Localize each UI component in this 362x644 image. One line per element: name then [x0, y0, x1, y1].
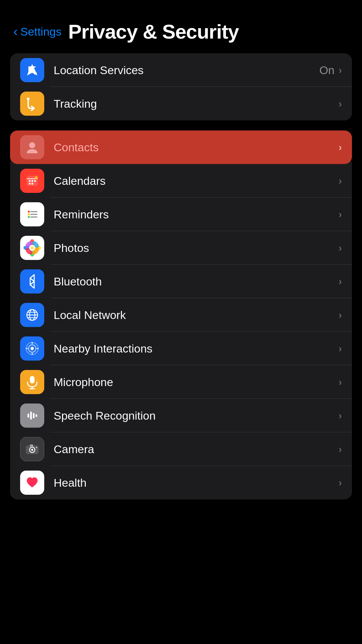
camera-label: Camera — [54, 443, 339, 456]
svg-rect-9 — [32, 183, 33, 184]
local-network-icon — [20, 303, 44, 327]
microphone-label: Microphone — [54, 376, 339, 389]
contacts-chevron: › — [339, 142, 342, 153]
reminders-item[interactable]: Reminders › — [10, 198, 352, 231]
bluetooth-label: Bluetooth — [54, 275, 339, 288]
contacts-icon — [20, 135, 44, 159]
calendars-chevron: › — [339, 175, 342, 186]
svg-point-2 — [29, 142, 35, 148]
svg-point-14 — [28, 213, 30, 215]
contacts-item[interactable]: Contacts › — [10, 130, 352, 164]
svg-rect-46 — [30, 412, 32, 420]
svg-text:12: 12 — [35, 177, 38, 179]
health-item[interactable]: Health › — [10, 466, 352, 499]
location-services-icon — [20, 58, 44, 82]
svg-point-1 — [27, 98, 29, 100]
main-section: 12 Calendars › Reminders › — [10, 157, 352, 499]
camera-icon — [20, 437, 44, 461]
svg-point-15 — [28, 216, 30, 218]
local-network-chevron: › — [339, 309, 342, 321]
svg-point-35 — [31, 347, 34, 350]
nearby-interactions-item[interactable]: Nearby Interactions › — [10, 332, 352, 365]
reminders-label: Reminders — [54, 208, 339, 221]
tracking-item[interactable]: Tracking › — [10, 87, 352, 120]
photos-chevron: › — [339, 242, 342, 254]
speech-recognition-label: Speech Recognition — [54, 409, 339, 422]
microphone-chevron: › — [339, 376, 342, 388]
health-chevron: › — [339, 477, 342, 488]
local-network-item[interactable]: Local Network › — [10, 298, 352, 332]
microphone-item[interactable]: Microphone › — [10, 365, 352, 399]
speech-recognition-icon — [20, 404, 44, 428]
svg-point-29 — [31, 246, 34, 250]
page-title: Privacy & Security — [68, 20, 239, 43]
speech-recognition-chevron: › — [339, 410, 342, 421]
nearby-interactions-label: Nearby Interactions — [54, 342, 339, 355]
svg-rect-6 — [32, 180, 33, 182]
back-chevron-icon: ‹ — [13, 25, 18, 38]
bluetooth-item[interactable]: Bluetooth › — [10, 265, 352, 298]
calendars-label: Calendars — [54, 174, 339, 187]
nearby-interactions-chevron: › — [339, 343, 342, 354]
svg-rect-5 — [29, 180, 31, 182]
back-button[interactable]: ‹ Settings — [13, 25, 62, 38]
svg-point-13 — [28, 211, 30, 213]
camera-item[interactable]: Camera › — [10, 432, 352, 466]
svg-rect-45 — [27, 414, 29, 418]
svg-point-53 — [36, 447, 37, 448]
location-services-value: On — [319, 64, 335, 77]
photos-icon — [20, 236, 44, 260]
camera-chevron: › — [339, 443, 342, 455]
reminders-chevron: › — [339, 209, 342, 220]
tracking-chevron: › — [339, 98, 342, 109]
contacts-label: Contacts — [54, 141, 339, 154]
tracking-label: Tracking — [54, 97, 339, 110]
microphone-icon — [20, 370, 44, 394]
header: ‹ Settings Privacy & Security — [0, 0, 362, 53]
photos-label: Photos — [54, 241, 339, 255]
speech-recognition-item[interactable]: Speech Recognition › — [10, 399, 352, 432]
svg-rect-42 — [30, 376, 35, 383]
svg-rect-52 — [30, 444, 33, 446]
photos-item[interactable]: Photos › — [10, 231, 352, 265]
location-services-label: Location Services — [54, 64, 319, 77]
location-services-chevron: › — [339, 64, 342, 76]
bluetooth-icon — [20, 269, 44, 293]
svg-rect-8 — [29, 183, 31, 184]
health-label: Health — [54, 476, 339, 489]
bluetooth-chevron: › — [339, 276, 342, 287]
tracking-icon — [20, 92, 44, 116]
local-network-label: Local Network — [54, 309, 339, 322]
reminders-icon — [20, 202, 44, 226]
top-section: Location Services On › Tracking › — [10, 53, 352, 120]
svg-rect-47 — [33, 413, 35, 418]
svg-rect-48 — [36, 414, 37, 417]
location-services-item[interactable]: Location Services On › — [10, 53, 352, 87]
svg-point-51 — [31, 449, 33, 451]
health-icon — [20, 471, 44, 495]
nearby-interactions-icon — [20, 336, 44, 361]
back-label: Settings — [20, 25, 62, 38]
calendars-icon: 12 — [20, 169, 44, 193]
calendars-item[interactable]: 12 Calendars › — [10, 164, 352, 198]
svg-rect-7 — [34, 180, 36, 182]
